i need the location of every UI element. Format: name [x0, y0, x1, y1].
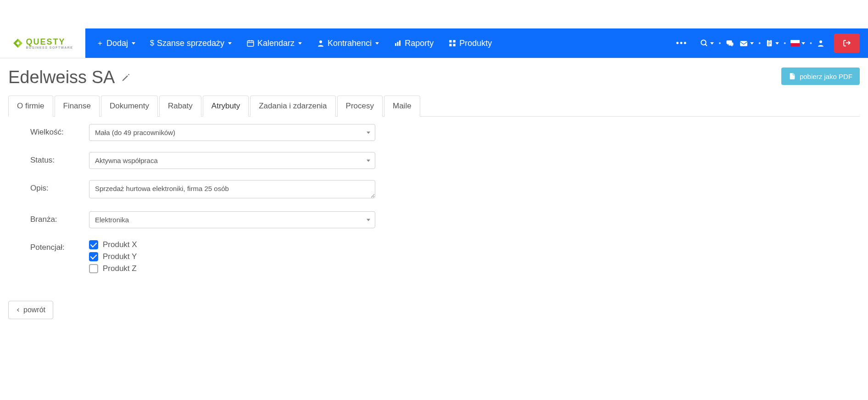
file-icon [789, 72, 796, 80]
nav-contractors-label: Kontrahenci [328, 39, 372, 48]
potential-option[interactable]: Produkt Z [89, 264, 375, 273]
svg-rect-15 [767, 40, 772, 46]
caret-down-icon [375, 42, 379, 45]
separator-icon: • [758, 39, 761, 47]
nav-add-label: Dodaj [106, 39, 128, 48]
potential-option-label: Produkt Y [103, 252, 137, 261]
edit-title-button[interactable] [121, 73, 130, 82]
svg-rect-11 [453, 44, 456, 46]
caret-down-icon [775, 42, 779, 45]
person-icon [317, 39, 325, 47]
tab-documents[interactable]: Dokumenty [101, 96, 158, 117]
svg-rect-5 [395, 43, 396, 46]
nav-add[interactable]: ＋ Dodaj [90, 34, 142, 53]
pencil-icon [121, 73, 130, 82]
caret-down-icon [132, 42, 135, 45]
topbar: QUESTY BUSINESS SOFTWARE ＋ Dodaj $ Szans… [0, 28, 868, 58]
nav-reports-label: Raporty [405, 39, 434, 48]
tab-tasks[interactable]: Zadania i zdarzenia [250, 96, 335, 117]
tab-finance[interactable]: Finanse [55, 96, 100, 117]
status-label: Status: [30, 152, 85, 165]
nav-calendar-label: Kalendarz [257, 39, 295, 48]
page-title: Edelweiss SA [8, 68, 130, 87]
nav-reports[interactable]: Raporty [387, 34, 440, 53]
industry-select[interactable]: Elektronika [89, 211, 375, 228]
nav-language[interactable] [790, 40, 805, 46]
logo-icon [12, 38, 23, 49]
logout-icon [842, 39, 851, 47]
tab-mails[interactable]: Maile [384, 96, 420, 117]
potential-option[interactable]: Produkt Y [89, 252, 375, 261]
dollar-icon: $ [150, 39, 154, 47]
svg-rect-0 [247, 41, 254, 46]
svg-rect-10 [449, 44, 451, 46]
main-nav: ＋ Dodaj $ Szanse sprzedaży Kalendarz Kon… [85, 28, 868, 58]
back-button[interactable]: powrót [8, 301, 53, 319]
caret-down-icon [228, 42, 232, 45]
nav-products[interactable]: Produkty [442, 34, 498, 53]
svg-point-4 [319, 40, 322, 43]
flag-pl-icon [790, 40, 800, 46]
svg-rect-6 [397, 42, 399, 46]
nav-sales-chances[interactable]: $ Szanse sprzedaży [144, 34, 238, 53]
nav-calendar[interactable]: Kalendarz [240, 34, 308, 53]
checkbox-icon [89, 264, 98, 273]
user-icon [817, 39, 825, 47]
dots-icon: ••• [676, 39, 687, 48]
nav-search[interactable] [700, 39, 714, 47]
chat-icon [725, 39, 734, 47]
svg-rect-14 [740, 41, 747, 46]
calendar-icon [246, 39, 255, 47]
potential-option[interactable]: Produkt X [89, 240, 375, 249]
potential-option-label: Produkt X [103, 240, 137, 249]
logo-brand-text: QUESTY [26, 38, 73, 46]
nav-mail[interactable] [739, 39, 754, 47]
nav-contractors[interactable]: Kontrahenci [310, 34, 385, 53]
svg-rect-8 [449, 40, 451, 42]
envelope-icon [739, 39, 748, 47]
nav-chat[interactable] [725, 39, 734, 47]
status-select[interactable]: Aktywna współpraca [89, 152, 375, 169]
potential-checkbox-group: Produkt XProdukt YProdukt Z [89, 239, 375, 273]
nav-more[interactable]: ••• [668, 34, 695, 53]
nav-products-label: Produkty [459, 39, 492, 48]
pdf-button-label: pobierz jako PDF [800, 73, 852, 80]
industry-label: Branża: [30, 211, 85, 224]
svg-rect-16 [768, 39, 771, 41]
back-button-label: powrót [23, 306, 45, 314]
search-icon [700, 39, 708, 47]
potential-option-label: Produkt Z [103, 264, 137, 273]
tab-discounts[interactable]: Rabaty [159, 96, 201, 117]
tab-processes[interactable]: Procesy [337, 96, 383, 117]
nav-user[interactable] [817, 39, 825, 47]
chevron-left-icon [16, 307, 21, 313]
logo-sub-text: BUSINESS SOFTWARE [26, 46, 73, 49]
size-select[interactable]: Mała (do 49 pracowników) [89, 124, 375, 141]
attributes-form: Wielkość: Mała (do 49 pracowników) Statu… [8, 124, 375, 273]
grid-icon [448, 39, 456, 47]
checkbox-icon [89, 240, 98, 249]
tab-attributes[interactable]: Atrybuty [203, 96, 249, 117]
svg-point-12 [701, 40, 707, 45]
desc-label: Opis: [30, 180, 85, 193]
tabs: O firmieFinanseDokumentyRabatyAtrybutyZa… [8, 96, 860, 117]
plus-icon: ＋ [96, 39, 104, 48]
download-pdf-button[interactable]: pobierz jako PDF [781, 68, 860, 85]
svg-line-13 [706, 44, 707, 46]
nav-clipboard[interactable] [765, 39, 779, 48]
nav-logout[interactable] [834, 34, 860, 53]
desc-textarea[interactable] [89, 180, 375, 198]
clipboard-icon [765, 39, 773, 48]
nav-sales-label: Szanse sprzedaży [157, 39, 224, 48]
bar-chart-icon [394, 39, 402, 47]
potential-label: Potencjał: [30, 239, 85, 252]
separator-icon: • [784, 39, 786, 47]
caret-down-icon [298, 42, 302, 45]
caret-down-icon [750, 42, 754, 45]
svg-rect-7 [399, 40, 401, 46]
tab-about[interactable]: O firmie [8, 96, 53, 117]
logo[interactable]: QUESTY BUSINESS SOFTWARE [0, 28, 85, 58]
checkbox-icon [89, 252, 98, 261]
size-label: Wielkość: [30, 124, 85, 137]
caret-down-icon [801, 42, 805, 45]
